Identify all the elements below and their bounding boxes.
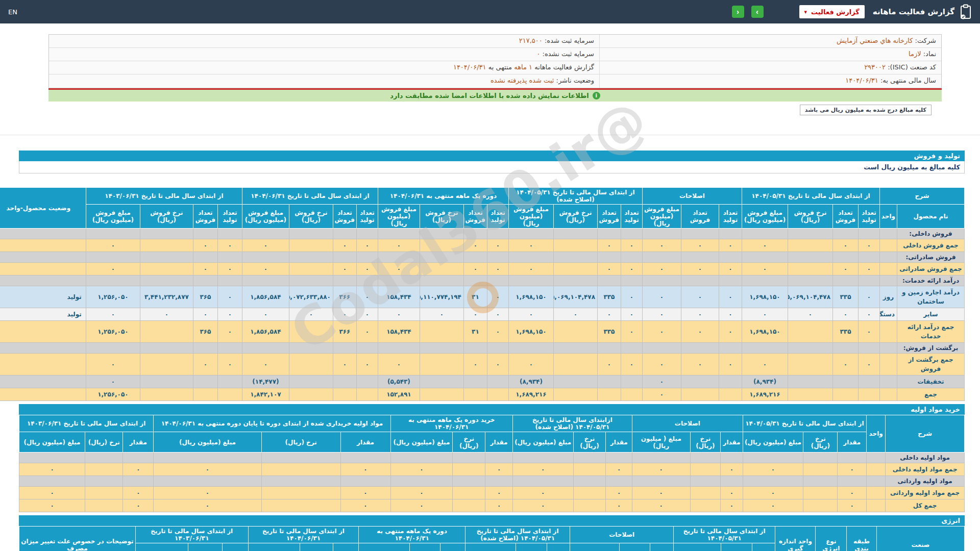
cell: ۰ [606,499,632,512]
cell: ۰ [832,308,858,321]
cell [879,343,897,354]
cell: ۰ [333,239,356,252]
cell [242,252,289,263]
cell: ۰ [463,308,487,321]
column-header [440,543,465,551]
cell [0,343,86,354]
cell [832,375,858,388]
cell [289,239,333,252]
column-group-header: صنعت [876,527,964,551]
cell: ۰ [512,463,573,476]
cell [463,388,487,401]
cell: ۰ [217,308,242,321]
cell [803,476,838,487]
cell: ۰ [621,308,642,321]
row-label: جمع مواد اولیه وارداتی [886,487,965,499]
column-group-header: شرح [879,188,964,205]
column-header: مقدار [123,432,154,453]
column-header: تعداد فروش [832,205,858,229]
column-header: مبلغ (میلیون ریال) [19,432,85,453]
cell: ۱,۶۹۸,۱۵۰ [742,321,788,343]
cell [19,476,85,487]
column-header: مبلغ فروش (میلیون ریال) [508,205,553,229]
cell [261,463,340,476]
cell: ۱۵۸,۴۳۴ [378,321,420,343]
cell [858,252,879,263]
cell [154,453,262,463]
cell: ۰ [390,463,453,476]
cell [289,375,333,388]
cell [140,321,193,343]
cell: ۰ [340,487,390,499]
cell [333,388,356,401]
cell [289,343,333,354]
table-row: مواد اولیه داخلی [19,453,965,463]
cell [0,229,86,239]
report-type-dropdown[interactable]: گزارش فعالیت ▾ [799,5,865,18]
previous-period-button[interactable]: ‹ [732,6,744,18]
cell: ۰ [632,463,690,476]
cell: ۰ [742,354,788,375]
cell [140,388,193,401]
cell: (۵,۵۴۳) [378,375,420,388]
notice-text: اطلاعات نمایش داده شده با اطلاعات امضا ش… [390,92,589,99]
cell: ۳۳۵ [832,286,858,308]
cell [0,388,86,401]
cell: ۰ [463,354,487,375]
cell [867,453,886,463]
cell [721,453,743,463]
cell [420,276,463,286]
signature-match-notice: اطلاعات نمایش داده شده با اطلاعات امضا ش… [48,90,942,102]
cell: ۰ [642,263,681,276]
cell [553,375,597,388]
column-header [248,543,300,551]
cell [340,453,390,463]
cell [597,252,621,263]
cell [333,375,356,388]
cell: ۰ [86,263,140,276]
column-header: نرخ (ریال) [573,432,606,453]
cell: ۰ [356,239,378,252]
cell: ۰ [242,263,289,276]
cell [140,375,193,388]
cell: ۰ [838,463,867,476]
million-rial-note: کلیه مبالغ درج شده به میلیون ریال می باش… [800,105,932,115]
cell [788,321,832,343]
cell [242,276,289,286]
cell: دستگاه [879,308,897,321]
cell [193,343,217,354]
cell [681,276,719,286]
cell [832,229,858,239]
cell: ۰ [642,388,681,401]
cell [378,276,420,286]
cell: ۰ [19,499,85,512]
cell [858,343,879,354]
materials-table-container: شرحواحداز ابتدای سال مالی تا تاریخ ۱۴۰۴/… [19,415,965,512]
cell: ۰ [154,463,262,476]
language-toggle-en[interactable]: EN [8,8,17,16]
section-divider [0,135,980,135]
column-header: مقدار [721,432,743,453]
cell: ۰ [217,354,242,375]
cell [390,453,453,463]
column-header [135,543,188,551]
info-row: نماد: لازما سرمایه ثبت نشده: ۰ [49,48,941,61]
row-label: درآمد اجاره زمین و ساختمان [897,286,965,308]
cell [508,343,553,354]
column-header: تعداد تولید [858,205,879,229]
cell: ۰ [333,354,356,375]
cell: ۰ [123,487,154,499]
cell: ۰ [681,308,719,321]
cell: ۰ [242,239,289,252]
cell [453,463,485,476]
column-group-header: از ابتدای سال مالی تا تاریخ ۱۴۰۳/۰۶/۳۱ [135,527,248,543]
row-label: جمع مواد اولیه داخلی [886,463,965,476]
cell [193,252,217,263]
publisher-status-field: وضعیت ناشر: ثبت شده پذیرفته نشده [49,74,599,88]
cell [788,354,832,375]
column-header: تعداد فروش [193,205,217,229]
cell: ۰ [858,286,879,308]
cell: (۱۴,۴۷۷) [242,375,289,388]
next-period-button[interactable]: › [751,6,764,18]
cell [463,252,487,263]
